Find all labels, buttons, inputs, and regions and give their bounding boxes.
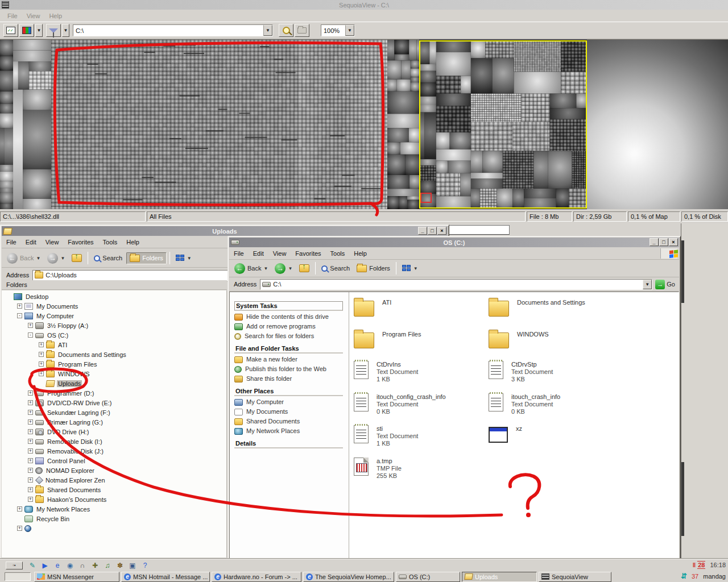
tree-item-my-computer[interactable]: -My Computer [2, 311, 226, 321]
go-button[interactable]: → Go [652, 280, 678, 289]
search-button[interactable]: Search [91, 253, 125, 263]
filter-button[interactable] [46, 24, 61, 37]
expand-icon[interactable]: + [17, 506, 22, 512]
os-titlebar[interactable]: OS (C:) _ □ × [229, 238, 679, 247]
expand-icon[interactable]: + [28, 400, 33, 405]
file-item-xz[interactable]: xz [489, 425, 522, 443]
maximize-button[interactable]: □ [428, 227, 437, 235]
globe-icon[interactable]: ◉ [64, 561, 76, 570]
menu-view[interactable]: View [23, 11, 44, 20]
media-player-icon[interactable]: ▶ [39, 561, 51, 570]
filter-dropdown[interactable]: ▼ [62, 24, 69, 37]
zoom-combobox[interactable]: 100% ▼ [321, 24, 355, 36]
close-button[interactable]: × [669, 238, 678, 246]
options-button[interactable] [3, 24, 18, 37]
expand-icon[interactable]: + [28, 477, 33, 483]
tree-item-uploads[interactable]: +Uploads [2, 379, 226, 388]
desktop-toolbar-button[interactable]: ▫▪ [6, 562, 23, 569]
file-item-ctdrvstp[interactable]: CtDrvStpText Document3 KB [489, 361, 553, 383]
treemap-canvas[interactable] [0, 40, 728, 209]
forward-dropdown[interactable]: ▼ [60, 256, 65, 261]
tree-item-haakon-s-documents[interactable]: +Haakon's Documents [2, 494, 226, 504]
game-controller-icon[interactable]: ✚ [89, 561, 101, 570]
tree-item-program-files[interactable]: +Program Files [2, 359, 226, 369]
tree-item-shared-documents[interactable]: +Shared Documents [2, 485, 226, 494]
maximize-button[interactable]: □ [659, 238, 668, 246]
expand-icon[interactable]: + [28, 468, 33, 473]
tree-item-internet[interactable]: + [2, 523, 226, 533]
file-item-documents-and-settings[interactable]: Documents and Settings [489, 299, 585, 317]
address-dropdown-arrow[interactable]: ▼ [643, 280, 652, 289]
file-item-ati[interactable]: ATI [354, 299, 391, 317]
tree-item-windows[interactable]: +WINDOWS [2, 369, 226, 379]
views-dropdown[interactable]: ▼ [187, 256, 192, 261]
menu-file[interactable]: File [229, 249, 249, 258]
task-publish-this-folder-to-the-web[interactable]: Publish this folder to the Web [234, 365, 343, 373]
uploads-titlebar[interactable]: Uploads _ □ × [2, 226, 448, 236]
tree-item-my-network-places[interactable]: +My Network Places [2, 504, 226, 514]
open-folder-button[interactable] [295, 24, 309, 37]
collapse-icon[interactable]: - [17, 313, 22, 318]
collapse-icon[interactable]: - [28, 332, 33, 338]
tree-item-nomad-explorer[interactable]: +NOMAD Explorer [2, 465, 226, 475]
menu-tools[interactable]: Tools [326, 249, 350, 258]
menu-file[interactable]: File [3, 11, 22, 20]
back-dropdown[interactable]: ▼ [36, 256, 40, 261]
tree-item-dvd-cd-rw-drive-e-[interactable]: +DVD/CD-RW Drive (E:) [2, 398, 226, 408]
folders-button[interactable]: Folders [354, 263, 393, 274]
sequoiaview-titlebar[interactable]: SequoiaView - C:\ [0, 0, 728, 10]
forward-button[interactable]: → ▼ [44, 251, 68, 265]
search-button[interactable]: Search [318, 263, 353, 273]
expand-icon[interactable]: + [17, 526, 22, 531]
expand-icon[interactable]: + [39, 361, 44, 367]
taskbar-button-msn-messenger[interactable]: MSN Messenger [34, 572, 119, 582]
up-button[interactable] [296, 263, 312, 274]
expand-icon[interactable]: + [28, 419, 33, 425]
camera-icon[interactable]: ▣ [127, 561, 138, 570]
task-hide-the-contents-of-this-drive[interactable]: Hide the contents of this drive [234, 313, 343, 321]
expand-icon[interactable]: + [39, 371, 44, 376]
treemap-view[interactable] [0, 39, 728, 210]
up-button[interactable] [69, 252, 85, 264]
taskbar-button-sequoiaview[interactable]: SequoiaView [539, 572, 611, 582]
expand-icon[interactable]: + [28, 410, 33, 415]
msn-pen-icon[interactable]: ✎ [27, 561, 38, 570]
close-button[interactable]: × [437, 227, 446, 235]
path-combobox[interactable]: C:\ ▼ [73, 24, 273, 36]
expand-icon[interactable]: + [28, 497, 33, 502]
clock[interactable]: 16:18 [710, 562, 726, 568]
minimize-button[interactable]: _ [650, 238, 659, 246]
tree-item-my-documents[interactable]: +My Documents [2, 301, 226, 311]
zoom-search-button[interactable] [279, 24, 293, 37]
tree-item-os-c-[interactable]: -OS (C:) [2, 330, 226, 340]
file-item-itouch-config-crash-info[interactable]: itouch_config_crash_infoText Document0 K… [354, 393, 446, 415]
menu-edit[interactable]: Edit [21, 238, 41, 247]
file-item-program-files[interactable]: Program Files [354, 331, 421, 348]
updown-tray-icon[interactable]: ⇵ [681, 572, 687, 580]
expand-icon[interactable]: + [28, 487, 33, 492]
tree-item-removable-disk-j-[interactable]: +Removable Disk (J:) [2, 446, 226, 456]
expand-icon[interactable]: + [28, 429, 33, 434]
task-my-computer[interactable]: My Computer [234, 398, 343, 406]
task-shared-documents[interactable]: Shared Documents [234, 418, 343, 425]
file-item-windows[interactable]: WINDOWS [489, 331, 549, 348]
menu-file[interactable]: File [2, 238, 21, 247]
tree-item-documents-and-settings[interactable]: +Documents and Settings [2, 350, 226, 359]
palette-button[interactable] [19, 24, 34, 37]
task-search-for-files-or-folders[interactable]: Search for files or folders [234, 332, 343, 340]
tree-item-desktop[interactable]: +Desktop [2, 292, 226, 301]
file-item-ctdrvins[interactable]: CtDrvInsText Document1 KB [354, 361, 418, 383]
menu-help[interactable]: Help [45, 11, 66, 20]
internet-explorer-icon[interactable]: e [52, 561, 63, 570]
tree-item-control-panel[interactable]: +Control Panel [2, 456, 226, 465]
menu-view[interactable]: View [41, 238, 64, 247]
expand-icon[interactable]: + [39, 352, 44, 357]
help-icon[interactable]: ? [139, 561, 151, 570]
menu-tools[interactable]: Tools [98, 238, 122, 247]
folders-button[interactable]: Folders [126, 252, 167, 264]
menu-help[interactable]: Help [122, 238, 144, 247]
task-add-or-remove-programs[interactable]: Add or remove programs [234, 323, 343, 330]
expand-icon[interactable]: + [28, 323, 33, 328]
forward-button[interactable]: → ▼ [272, 261, 295, 276]
file-item-itouch-crash-info[interactable]: itouch_crash_infoText Document0 KB [489, 393, 560, 415]
